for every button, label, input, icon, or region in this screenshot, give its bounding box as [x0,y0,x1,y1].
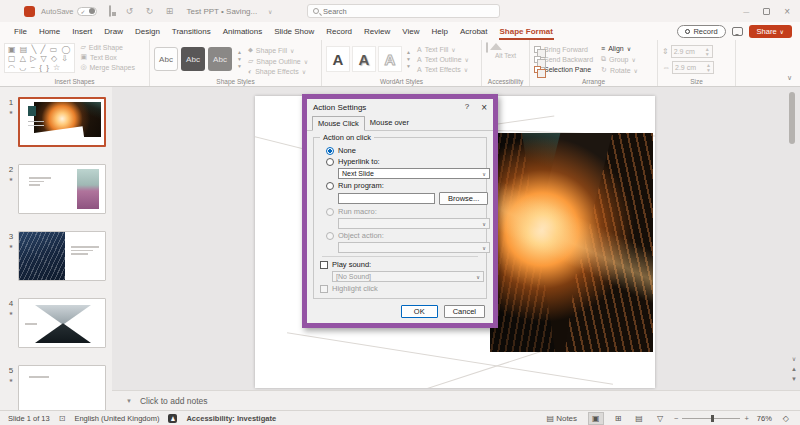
text-effects-button[interactable]: AText Effects [417,66,469,73]
zoom-thumb[interactable] [711,415,714,422]
notes-placeholder[interactable]: Click to add notes [140,396,208,406]
preset-scroll-down-icon[interactable]: ▼ [237,56,242,62]
dialog-close-icon[interactable] [481,102,487,113]
autosave-control[interactable]: AutoSave [41,7,97,16]
accessibility-checker-icon[interactable]: ♟ [168,414,177,423]
previous-slide-button[interactable]: ▲ [791,366,797,372]
tab-draw[interactable]: Draw [98,25,129,38]
accessibility-status[interactable]: Accessibility: Investigate [186,414,276,423]
option-none[interactable]: None [326,146,482,155]
shape-gallery-row[interactable]: ▣ ▤ ╲ ╱ ▭ ◯ [8,45,71,54]
text-box-button[interactable]: ▣Text Box [80,53,135,61]
notes-bar[interactable]: ▼ Click to add notes [112,390,800,410]
shape-style-preset-3[interactable]: Abc [208,47,232,71]
save-button[interactable] [103,6,117,16]
slide-thumbnail-5[interactable] [18,365,106,410]
display-settings-icon[interactable]: ⊡ [59,414,66,423]
zoom-in-icon[interactable]: + [744,414,748,423]
tab-design[interactable]: Design [129,25,166,38]
close-button[interactable] [784,6,790,17]
tab-file[interactable]: File [8,25,33,38]
zoom-track[interactable] [682,418,740,419]
slide-thumbnail-2[interactable] [18,164,106,214]
dialog-help-icon[interactable]: ? [465,102,469,113]
radio-none[interactable] [326,147,334,155]
tab-insert[interactable]: Insert [66,25,98,38]
slide-sorter-view-button[interactable]: ⊞ [612,413,625,424]
undo-button[interactable] [123,6,137,16]
maximize-button[interactable] [763,8,770,15]
redo-button[interactable] [143,6,157,16]
notes-toggle-button[interactable]: ▤ Notes [543,413,580,424]
preset-more-icon[interactable]: ▼ [237,63,242,69]
tab-review[interactable]: Review [358,25,396,38]
share-button[interactable]: Share [749,25,792,38]
run-program-input[interactable] [338,193,435,204]
tab-view[interactable]: View [396,25,425,38]
merge-shapes-button[interactable]: ◎Merge Shapes [80,63,135,71]
zoom-level[interactable]: 76% [757,414,772,423]
alt-text-button[interactable]: Alt Text [486,43,525,59]
text-fill-button[interactable]: AText Fill [417,46,469,53]
wordart-scroll-down-icon[interactable]: ▼ [406,56,411,62]
text-outline-button[interactable]: AText Outline [417,56,469,63]
browse-button[interactable]: Browse... [439,192,488,205]
spinner-arrows-icon[interactable]: ▲▼ [706,63,711,73]
tab-slide-show[interactable]: Slide Show [268,25,320,38]
bring-forward-button[interactable]: Bring Forward [534,46,593,53]
wordart-preset-2[interactable]: A [352,46,376,72]
shape-width-field[interactable]: ⇔ 2.9 cm▲▼ [662,61,731,74]
tab-transitions[interactable]: Transitions [166,25,217,38]
display-options-button[interactable] [163,6,177,16]
tab-animations[interactable]: Animations [217,25,269,38]
radio-hyperlink[interactable] [326,158,334,166]
preset-scroll-up-icon[interactable]: ▲ [237,49,242,55]
hyperlink-dropdown[interactable]: Next Slide∨ [338,168,490,179]
cancel-button[interactable]: Cancel [444,305,485,318]
autosave-toggle[interactable] [77,7,97,16]
edit-shape-button[interactable]: ▱Edit Shape [80,43,135,51]
wordart-more-icon[interactable]: ▼ [406,63,411,69]
tab-home[interactable]: Home [33,25,66,38]
shape-gallery[interactable]: ▣ ▤ ╲ ╱ ▭ ◯ ▢ △ ▷ ▽ ◇ ⇩ ◠ ◡ ~ { } ☆ [4,43,75,73]
tab-record[interactable]: Record [320,25,358,38]
shape-height-field[interactable]: ⇕ 2.9 cm▲▼ [662,45,731,58]
shape-style-preset-1[interactable]: Abc [154,47,178,71]
spinner-arrows-icon[interactable]: ▲▼ [705,47,710,57]
shape-effects-button[interactable]: ◐Shape Effects [248,68,308,75]
shape-style-preset-2[interactable]: Abc [181,47,205,71]
option-hyperlink[interactable]: Hyperlink to: [326,157,482,166]
slide-thumbnail-4[interactable] [18,298,106,348]
title-dropdown-icon[interactable] [263,6,277,16]
slide-thumbnail-1[interactable] [18,97,106,147]
language-indicator[interactable]: English (United Kingdom) [74,414,159,423]
notes-splitter-icon[interactable]: ▼ [126,398,132,404]
comments-icon[interactable] [732,27,743,36]
search-input[interactable] [323,7,494,16]
record-button[interactable]: Record [677,25,725,38]
reading-view-button[interactable]: ▤ [632,413,646,424]
ok-button[interactable]: OK [401,305,438,318]
option-play-sound[interactable]: Play sound: [320,260,482,269]
scroll-down-icon[interactable]: ∨ [792,355,796,362]
next-slide-button[interactable]: ▼ [791,376,797,382]
document-title[interactable]: Test PPT • Saving... [187,7,258,16]
collapse-ribbon-icon[interactable]: ∨ [787,74,792,82]
shape-gallery-row[interactable]: ◠ ◡ ~ { } ☆ [8,63,71,72]
tab-acrobat[interactable]: Acrobat [454,25,494,38]
slideshow-button[interactable]: ▽ [654,413,666,424]
shape-outline-button[interactable]: ▱Shape Outline [248,57,308,65]
slide-counter[interactable]: Slide 1 of 13 [8,414,50,423]
minimize-button[interactable] [743,7,749,16]
wordart-scroll-up-icon[interactable]: ▲ [406,49,411,55]
wordart-preset-1[interactable]: A [326,46,350,72]
tab-mouse-over[interactable]: Mouse over [365,116,414,130]
rotate-button[interactable]: ↻Rotate [601,66,638,74]
shape-fill-button[interactable]: ⬥Shape Fill [248,46,308,54]
vertical-scrollbar[interactable] [789,89,795,349]
search-box[interactable] [307,4,500,18]
slide-thumbnail-3[interactable] [18,231,106,281]
slide-photo[interactable] [490,133,653,352]
wordart-preset-3[interactable]: A [378,46,402,72]
tab-mouse-click[interactable]: Mouse Click [312,116,365,131]
